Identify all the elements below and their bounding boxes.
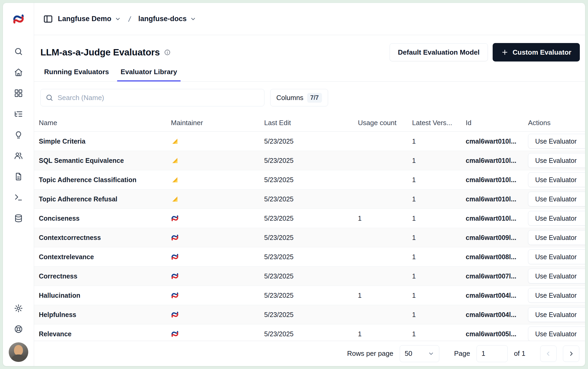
latest-version-value: 1 xyxy=(407,138,461,145)
table-row[interactable]: Conciseness 5/23/2025 1 1 cmal6wart010l.… xyxy=(34,209,585,228)
page-number-input[interactable] xyxy=(477,345,508,362)
search-icon[interactable] xyxy=(10,43,27,60)
table-row[interactable]: Contextcorrectness 5/23/2025 1 cmal6wart… xyxy=(34,228,585,247)
evaluator-id: cmal6wart004l... xyxy=(461,311,523,319)
settings-icon[interactable] xyxy=(10,300,27,317)
column-header-id: Id xyxy=(461,119,523,127)
table-toolbar: Columns 7/7 xyxy=(34,82,585,106)
use-evaluator-button[interactable]: Use Evaluator xyxy=(528,134,585,149)
next-page-button[interactable] xyxy=(563,346,579,362)
chevron-down-icon xyxy=(190,16,196,22)
last-edit-date: 5/23/2025 xyxy=(259,253,353,261)
evaluator-name: Relevance xyxy=(34,330,166,338)
evaluator-name: Simple Criteria xyxy=(34,138,166,145)
column-header-last-edit: Last Edit xyxy=(259,119,353,127)
chevron-down-icon xyxy=(428,351,434,357)
actions-cell: Use Evaluator xyxy=(523,307,585,322)
use-evaluator-button[interactable]: Use Evaluator xyxy=(528,307,585,322)
playground-icon[interactable] xyxy=(10,189,27,206)
langfuse-maintainer-icon xyxy=(166,330,259,338)
table-row[interactable]: SQL Semantic Equivalence 5/23/2025 1 cma… xyxy=(34,151,585,170)
actions-cell: Use Evaluator xyxy=(523,269,585,283)
columns-button[interactable]: Columns 7/7 xyxy=(270,89,328,106)
usage-count-value: 1 xyxy=(353,292,407,299)
evaluator-id: cmal6wart004l... xyxy=(461,292,523,299)
table-row[interactable]: Topic Adherence Classification 5/23/2025… xyxy=(34,170,585,190)
actions-cell: Use Evaluator xyxy=(523,230,585,245)
langfuse-maintainer-icon xyxy=(166,311,259,319)
top-bar: Langfuse Demo langfuse-docs xyxy=(34,3,585,35)
info-icon[interactable] xyxy=(164,49,171,56)
last-edit-date: 5/23/2025 xyxy=(259,215,353,222)
previous-page-button[interactable] xyxy=(540,346,557,362)
actions-cell: Use Evaluator xyxy=(523,288,585,303)
rows-per-page-select[interactable]: 50 xyxy=(400,345,439,362)
usage-count-value: 1 xyxy=(353,330,407,338)
plus-icon xyxy=(501,49,508,56)
tab-running-evaluators[interactable]: Running Evaluators xyxy=(40,68,113,81)
use-evaluator-button[interactable]: Use Evaluator xyxy=(528,172,585,187)
use-evaluator-button[interactable]: Use Evaluator xyxy=(528,249,585,264)
use-evaluator-button[interactable]: Use Evaluator xyxy=(528,269,585,283)
user-avatar[interactable] xyxy=(9,342,28,362)
column-header-name: Name xyxy=(34,119,166,127)
table-row[interactable]: Topic Adherence Refusal 5/23/2025 1 cmal… xyxy=(34,190,585,209)
users-icon[interactable] xyxy=(10,147,27,164)
home-icon[interactable] xyxy=(10,64,27,81)
use-evaluator-button[interactable]: Use Evaluator xyxy=(528,211,585,226)
table-row[interactable]: Correctness 5/23/2025 1 cmal6wart007l...… xyxy=(34,267,585,286)
use-evaluator-button[interactable]: Use Evaluator xyxy=(528,288,585,303)
table-row[interactable]: Helpfulness 5/23/2025 1 cmal6wart004l...… xyxy=(34,305,585,324)
evaluator-id: cmal6wart010l... xyxy=(461,138,523,145)
langfuse-maintainer-icon xyxy=(166,291,259,299)
prompts-icon[interactable] xyxy=(10,168,27,185)
search-input[interactable] xyxy=(58,94,259,102)
breadcrumb-project[interactable]: langfuse-docs xyxy=(138,15,196,23)
support-icon[interactable] xyxy=(10,321,27,338)
actions-cell: Use Evaluator xyxy=(523,249,585,264)
last-edit-date: 5/23/2025 xyxy=(259,330,353,338)
breadcrumb-org[interactable]: Langfuse Demo xyxy=(58,15,121,23)
default-evaluation-model-button[interactable]: Default Evaluation Model xyxy=(390,43,488,61)
app-frame: Langfuse Demo langfuse-docs LLM-as-a-Jud… xyxy=(3,3,585,366)
sidebar xyxy=(3,3,34,366)
tab-evaluator-library[interactable]: Evaluator Library xyxy=(117,68,181,81)
tab-bar: Running Evaluators Evaluator Library xyxy=(34,62,585,82)
dashboards-icon[interactable] xyxy=(10,85,27,102)
use-evaluator-button[interactable]: Use Evaluator xyxy=(528,230,585,245)
evaluator-id: cmal6wart010l... xyxy=(461,195,523,203)
last-edit-date: 5/23/2025 xyxy=(259,272,353,280)
tracing-icon[interactable] xyxy=(10,106,27,122)
sidebar-nav xyxy=(10,43,27,227)
table-row[interactable]: Relevance 5/23/2025 1 1 cmal6wart005l...… xyxy=(34,324,585,341)
use-evaluator-button[interactable]: Use Evaluator xyxy=(528,327,585,341)
last-edit-date: 5/23/2025 xyxy=(259,157,353,164)
evaluation-icon[interactable] xyxy=(10,126,27,143)
table-header-row: Name Maintainer Last Edit Usage count La… xyxy=(34,114,585,132)
table-row[interactable]: Hallucination 5/23/2025 1 1 cmal6wart004… xyxy=(34,286,585,305)
sidebar-toggle-icon[interactable] xyxy=(43,14,53,24)
title-row: LLM-as-a-Judge Evaluators Default Evalua… xyxy=(34,35,585,62)
sidebar-bottom xyxy=(10,300,27,338)
custom-evaluator-button[interactable]: Custom Evaluator xyxy=(493,43,580,62)
datasets-icon[interactable] xyxy=(10,210,27,227)
latest-version-value: 1 xyxy=(407,272,461,280)
latest-version-value: 1 xyxy=(407,292,461,299)
ragas-maintainer-icon xyxy=(166,157,259,164)
rows-per-page-value: 50 xyxy=(405,349,412,358)
page-content: LLM-as-a-Judge Evaluators Default Evalua… xyxy=(34,35,585,366)
evaluator-name: Topic Adherence Refusal xyxy=(34,195,166,203)
latest-version-value: 1 xyxy=(407,234,461,242)
table-row[interactable]: Simple Criteria 5/23/2025 1 cmal6wart010… xyxy=(34,132,585,151)
langfuse-logo-icon xyxy=(12,13,25,25)
langfuse-logo[interactable] xyxy=(3,3,34,35)
evaluator-name: Contextrelevance xyxy=(34,253,166,261)
latest-version-value: 1 xyxy=(407,330,461,338)
use-evaluator-button[interactable]: Use Evaluator xyxy=(528,192,585,206)
pagination-bar: Rows per page 50 Page of 1 xyxy=(34,341,585,366)
latest-version-value: 1 xyxy=(407,215,461,222)
latest-version-value: 1 xyxy=(407,195,461,203)
table-row[interactable]: Contextrelevance 5/23/2025 1 cmal6wart00… xyxy=(34,247,585,267)
column-header-actions: Actions xyxy=(523,119,585,127)
use-evaluator-button[interactable]: Use Evaluator xyxy=(528,153,585,168)
